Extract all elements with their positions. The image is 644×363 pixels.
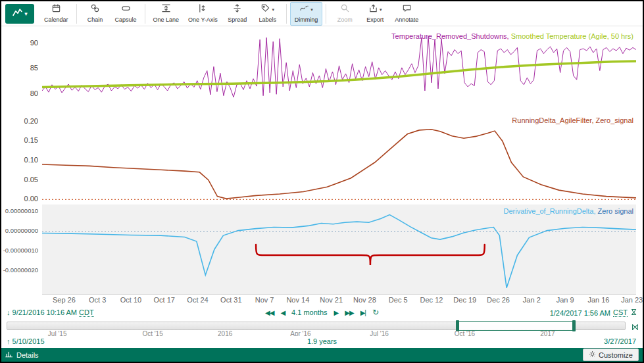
chevron-down-icon: ▾ <box>24 11 28 17</box>
x-axis-tick: Dec 12 <box>420 296 443 304</box>
chart-lane-2[interactable] <box>42 114 636 205</box>
y-axis-tick: 0.20 <box>1 117 38 125</box>
x-axis: Sep 26Oct 3Oct 10Oct 17Oct 24Oct 31Nov 7… <box>1 294 643 306</box>
toolbar-button-label: Labels <box>259 16 276 23</box>
series-smoothed-temperature-agile-50-hrs- <box>42 61 636 87</box>
chevron-down-icon: ▾ <box>310 7 313 12</box>
y-axis-tick: 85 <box>1 64 38 72</box>
dimming-icon <box>299 3 309 16</box>
toolbar-button-chain[interactable]: Chain <box>80 2 111 26</box>
step-to-end-button[interactable]: ▶| <box>360 309 366 316</box>
legend-item-smoothed-temperature-agile-50-hrs-[interactable]: Smoothed Temperature (Agile, 50 hrs) <box>511 32 633 40</box>
toolbar-separator <box>145 4 145 24</box>
toolbar-button-label: One Lane <box>153 16 180 23</box>
capsule-icon <box>121 3 131 16</box>
display-range-duration[interactable]: 4.1 months <box>291 308 327 316</box>
step-back-fast-button[interactable]: ◀◀ <box>265 309 274 316</box>
toolbar-button-labels[interactable]: ▾Labels <box>253 2 283 26</box>
toolbar-button-one-y-axis[interactable]: One Y-Axis <box>184 2 222 26</box>
one-lane-icon <box>161 3 171 16</box>
toolbar-separator <box>76 4 77 24</box>
y-axis-tick: 90 <box>1 39 38 47</box>
trend-chart-icon <box>12 7 23 20</box>
lane-legend: Derivative_of_RunningDelta, Zero signal <box>503 207 633 215</box>
toolbar-separator <box>326 4 326 24</box>
toolbar-items: CalendarChainCapsuleOne LaneOne Y-AxisSp… <box>39 2 423 26</box>
timeline-resize-icon[interactable] <box>632 322 639 333</box>
annotate-icon <box>402 3 412 16</box>
timeline: Jul '15Oct '152016Apr '16Jul '16Oct '162… <box>1 320 643 336</box>
step-back-button[interactable]: ◀ <box>280 309 285 316</box>
toolbar-button-annotate[interactable]: Annotate <box>390 2 423 26</box>
toolbar-button-label: Spread <box>228 16 247 23</box>
toolbar-button-calendar[interactable]: Calendar <box>39 2 73 26</box>
legend-item-zero-signal[interactable]: Zero signal <box>598 207 633 215</box>
legend-item-temperature-removed-shutdowns[interactable]: Temperature_Removed_Shutdowns, <box>391 32 511 40</box>
legend-item-runningdelta-agilefilter[interactable]: RunningDelta_AgileFilter, <box>512 116 595 124</box>
investigate-range-duration[interactable]: 1.9 years <box>1 337 643 345</box>
hourglass-icon <box>630 308 637 317</box>
x-axis-tick: Dec 5 <box>389 296 408 304</box>
chart-lane-3[interactable] <box>42 205 636 295</box>
y-axis-tick: 0.10 <box>1 156 38 164</box>
bar-chart-icon <box>5 351 13 360</box>
x-axis-tick: Sep 26 <box>53 296 76 304</box>
x-axis-tick: Nov 7 <box>255 296 274 304</box>
y-axis-tick: 0.00 <box>1 195 38 203</box>
y-axis-tick: -0.00000020 <box>1 266 38 274</box>
chain-icon <box>90 3 100 16</box>
chart-lane-1[interactable] <box>42 30 636 114</box>
details-button[interactable]: Details <box>5 351 39 360</box>
chevron-down-icon: ▾ <box>272 7 274 12</box>
toolbar-button-dimming[interactable]: ▾Dimming <box>290 2 323 26</box>
timeline-bar[interactable] <box>7 322 626 330</box>
display-range-end-timezone[interactable]: CST <box>613 308 628 317</box>
x-axis-tick: Jan 2 <box>523 296 541 304</box>
y-axis-tick: 0.05 <box>1 176 38 183</box>
toolbar-button-capsule[interactable]: Capsule <box>111 2 141 26</box>
toolbar-button-label: Capsule <box>115 16 137 23</box>
y-axis-tick: -0.00000010 <box>1 247 38 254</box>
y-axis-tick: 0.00000010 <box>1 207 38 214</box>
display-range-end-text: 1/24/2017 1:56 AM <box>550 309 610 317</box>
worksheet-view-button[interactable]: ▾ <box>5 4 34 24</box>
series-runningdelta-agilefilter <box>42 130 636 199</box>
toolbar-button-label: Export <box>366 16 384 23</box>
legend-item-zero-signal[interactable]: Zero_signal <box>596 116 633 124</box>
toolbar-button-export[interactable]: ▾Export <box>360 2 390 26</box>
brace-annotation[interactable] <box>256 245 485 265</box>
toolbar: ▾ CalendarChainCapsuleOne LaneOne Y-Axis… <box>1 1 643 26</box>
toolbar-button-one-lane[interactable]: One Lane <box>149 2 184 26</box>
x-axis-tick: Nov 28 <box>353 296 376 304</box>
one-y-axis-icon <box>198 3 208 16</box>
toolbar-button-spread[interactable]: Spread <box>222 2 253 26</box>
x-axis-tick: Jan 16 <box>587 296 609 304</box>
trend-chart: Sep 26Oct 3Oct 10Oct 17Oct 24Oct 31Nov 7… <box>1 26 643 306</box>
x-axis-tick: Dec 26 <box>487 296 510 304</box>
auto-update-button[interactable]: ↻ <box>372 308 379 317</box>
toolbar-button-label: Chain <box>87 16 103 23</box>
x-axis-tick: Jan 23 <box>621 296 643 304</box>
zoom-icon <box>340 3 350 16</box>
x-axis-tick: Oct 24 <box>187 296 208 304</box>
toolbar-button-zoom[interactable]: Zoom <box>330 2 360 26</box>
customize-button[interactable]: Customize <box>583 349 639 361</box>
gear-icon <box>589 351 596 359</box>
x-axis-tick: Oct 3 <box>89 296 106 304</box>
step-forward-fast-button[interactable]: ▶▶ <box>345 309 353 316</box>
toolbar-button-label: Annotate <box>395 16 418 23</box>
export-icon <box>368 3 378 16</box>
legend-item-derivative-of-runningdelta[interactable]: Derivative_of_RunningDelta, <box>503 207 597 215</box>
y-axis-tick: 80 <box>1 89 38 97</box>
y-axis-tick: 0.15 <box>1 136 38 144</box>
timeline-handle-right[interactable] <box>572 320 576 331</box>
timeline-selection[interactable] <box>458 321 574 331</box>
x-axis-tick: Oct 10 <box>120 296 141 304</box>
investigate-range-end[interactable]: 3/27/2017 <box>604 337 636 345</box>
x-axis-tick: Jan 9 <box>557 296 574 304</box>
series-temperature-removed-shutdowns <box>42 36 636 97</box>
calendar-icon <box>51 3 61 16</box>
x-axis-tick: Dec 19 <box>453 296 476 304</box>
step-forward-button[interactable]: ▶ <box>334 309 339 316</box>
display-range-end[interactable]: 1/24/2017 1:56 AM CST <box>550 308 637 317</box>
